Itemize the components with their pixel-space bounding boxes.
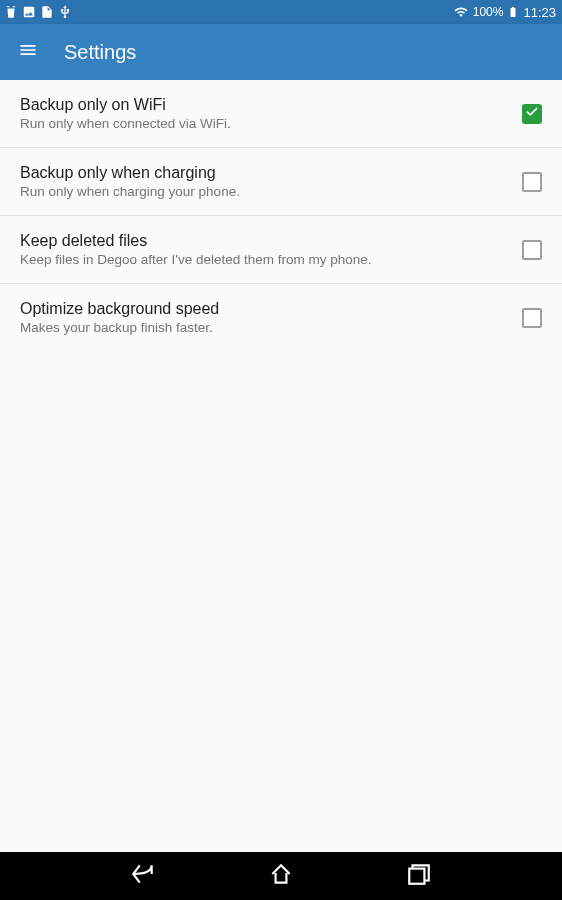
usb-icon <box>58 5 72 19</box>
app-bar: Settings <box>0 24 562 80</box>
svg-rect-0 <box>409 869 424 884</box>
home-button[interactable] <box>267 862 295 890</box>
checkbox-keep-deleted[interactable] <box>522 240 542 260</box>
hamburger-icon <box>18 40 38 64</box>
recent-apps-icon <box>406 861 432 891</box>
setting-title: Optimize background speed <box>20 300 506 318</box>
wifi-icon <box>453 5 469 19</box>
status-bar: 100% 11:23 <box>0 0 562 24</box>
status-time: 11:23 <box>523 5 556 20</box>
setting-subtitle: Run only when connected via WiFi. <box>20 116 506 131</box>
setting-row-optimize-speed[interactable]: Optimize background speed Makes your bac… <box>0 284 562 351</box>
back-icon <box>130 861 156 891</box>
setting-row-backup-charging[interactable]: Backup only when charging Run only when … <box>0 148 562 216</box>
back-button[interactable] <box>129 862 157 890</box>
recent-apps-button[interactable] <box>405 862 433 890</box>
setting-title: Backup only on WiFi <box>20 96 506 114</box>
navigation-bar <box>0 852 562 900</box>
notification-icon <box>4 5 18 19</box>
setting-title: Backup only when charging <box>20 164 506 182</box>
document-icon <box>40 5 54 19</box>
checkbox-optimize-speed[interactable] <box>522 308 542 328</box>
page-title: Settings <box>64 41 136 64</box>
setting-subtitle: Keep files in Degoo after I've deleted t… <box>20 252 506 267</box>
image-icon <box>22 5 36 19</box>
battery-pct: 100% <box>473 5 504 19</box>
setting-subtitle: Makes your backup finish faster. <box>20 320 506 335</box>
checkbox-backup-wifi[interactable] <box>522 104 542 124</box>
setting-row-keep-deleted[interactable]: Keep deleted files Keep files in Degoo a… <box>0 216 562 284</box>
home-icon <box>268 861 294 891</box>
settings-list: Backup only on WiFi Run only when connec… <box>0 80 562 852</box>
menu-button[interactable] <box>16 40 40 64</box>
battery-icon <box>507 5 519 19</box>
setting-title: Keep deleted files <box>20 232 506 250</box>
setting-row-backup-wifi[interactable]: Backup only on WiFi Run only when connec… <box>0 80 562 148</box>
status-right-icons: 100% 11:23 <box>453 5 556 20</box>
setting-subtitle: Run only when charging your phone. <box>20 184 506 199</box>
status-left-icons <box>4 5 72 19</box>
check-icon <box>525 105 539 123</box>
checkbox-backup-charging[interactable] <box>522 172 542 192</box>
